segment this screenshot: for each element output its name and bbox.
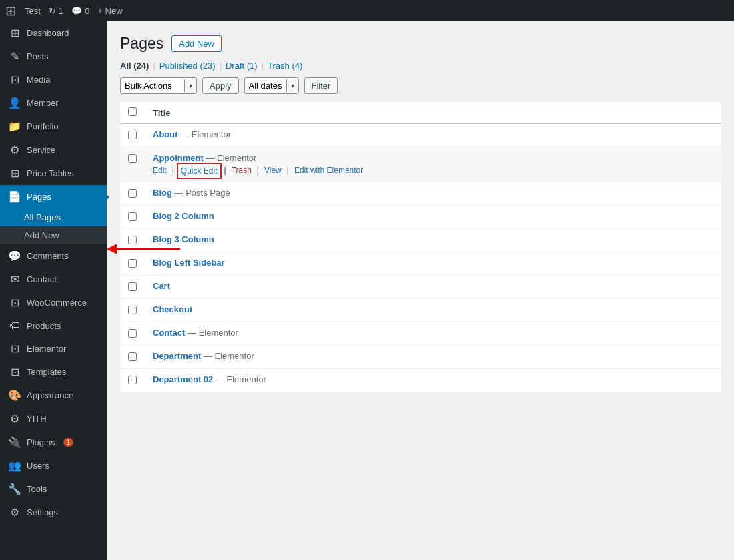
sidebar-item-elementor[interactable]: ⊡ Elementor xyxy=(0,337,107,360)
sidebar-item-tools[interactable]: 🔧 Tools xyxy=(0,477,107,501)
row-checkbox[interactable] xyxy=(128,282,137,291)
row-checkbox-cell xyxy=(120,369,145,392)
trash-link[interactable]: Trash xyxy=(232,166,252,176)
row-checkbox-cell xyxy=(120,299,145,322)
page-type: — Elementor xyxy=(216,374,266,384)
sidebar-item-label: Appearance xyxy=(27,390,73,400)
sidebar-item-portfolio[interactable]: 📁 Portfolio xyxy=(0,115,107,138)
edit-with-elementor-link[interactable]: Edit with Elementor xyxy=(294,166,363,176)
sidebar-item-label: Users xyxy=(27,461,49,471)
submenu-item-add-new[interactable]: Add New xyxy=(0,226,107,244)
sidebar-item-media[interactable]: ⊡ Media xyxy=(0,68,107,91)
tab-all[interactable]: All (24) xyxy=(120,61,149,71)
page-link[interactable]: Checkout xyxy=(153,304,192,314)
table-nav: Bulk Actions Edit Move to Trash ▾ Apply … xyxy=(120,77,721,94)
row-checkbox[interactable] xyxy=(128,236,137,244)
sidebar-item-plugins[interactable]: 🔌 Plugins 1 xyxy=(0,431,107,454)
sidebar-item-label: Products xyxy=(27,321,61,331)
edit-link[interactable]: Edit xyxy=(153,166,167,176)
title-column-header: Title xyxy=(145,102,721,124)
service-icon: ⚙ xyxy=(8,144,21,156)
row-title-cell: Blog — Posts Page xyxy=(145,182,721,206)
submenu-item-all-pages[interactable]: All Pages xyxy=(0,208,107,226)
sidebar-item-products[interactable]: 🏷 Products xyxy=(0,314,107,337)
sidebar-item-label: Member xyxy=(27,98,59,108)
row-checkbox[interactable] xyxy=(128,259,137,268)
pages-table: Title About — Elementor xyxy=(120,102,721,392)
add-new-button[interactable]: Add New xyxy=(171,35,222,52)
row-checkbox-cell xyxy=(120,124,145,148)
row-checkbox-cell xyxy=(120,252,145,276)
comments-nav-icon: 💬 xyxy=(8,250,21,262)
pages-active-arrow xyxy=(104,192,109,202)
sidebar-item-price-tables[interactable]: ⊞ Price Tables xyxy=(0,162,107,185)
row-checkbox[interactable] xyxy=(128,306,137,314)
select-all-checkbox[interactable] xyxy=(128,107,137,116)
templates-icon: ⊡ xyxy=(8,366,21,378)
apply-button[interactable]: Apply xyxy=(202,77,239,94)
table-row: Appoinment — Elementor Edit | Quick Edit… xyxy=(120,148,721,182)
users-icon: 👥 xyxy=(8,459,21,472)
sidebar-item-label: Settings xyxy=(27,507,58,517)
page-link[interactable]: Department 02 xyxy=(153,374,213,384)
bulk-actions-arrow[interactable]: ▾ xyxy=(184,79,196,92)
row-title-cell: Cart xyxy=(145,276,721,299)
quick-edit-link[interactable]: Quick Edit xyxy=(179,166,219,176)
sidebar-item-dashboard[interactable]: ⊞ Dashboard xyxy=(0,21,107,45)
tab-trash[interactable]: Trash (4) xyxy=(268,61,302,71)
row-checkbox-cell xyxy=(120,229,145,252)
row-checkbox[interactable] xyxy=(128,352,137,361)
row-checkbox[interactable] xyxy=(128,154,137,163)
row-checkbox[interactable] xyxy=(128,189,137,198)
row-checkbox[interactable] xyxy=(128,131,137,139)
table-row: Contact — Elementor xyxy=(120,322,721,346)
sidebar-item-yith[interactable]: ⚙ YITH xyxy=(0,407,107,431)
row-actions: Edit | Quick Edit | Trash | View | Edit … xyxy=(153,166,713,176)
sidebar-item-pages[interactable]: 📄 Pages xyxy=(0,185,107,208)
updates-item[interactable]: ↻ 1 xyxy=(49,6,63,16)
page-link[interactable]: Cart xyxy=(153,281,170,291)
sidebar-item-users[interactable]: 👥 Users xyxy=(0,454,107,477)
member-icon: 👤 xyxy=(8,97,21,109)
page-link[interactable]: Blog Left Sidebar xyxy=(153,258,225,268)
sidebar-item-woocommerce[interactable]: ⊡ WooCommerce xyxy=(0,291,107,314)
sidebar-item-service[interactable]: ⚙ Service xyxy=(0,138,107,162)
site-name[interactable]: Test xyxy=(25,6,41,16)
sidebar-item-comments[interactable]: 💬 Comments xyxy=(0,244,107,268)
row-checkbox-cell xyxy=(120,322,145,346)
view-link[interactable]: View xyxy=(264,166,282,176)
new-item[interactable]: + New xyxy=(97,6,122,16)
row-title-cell: Department 02 — Elementor xyxy=(145,369,721,392)
sidebar-item-posts[interactable]: ✎ Posts xyxy=(0,45,107,68)
pages-submenu: All Pages Add New xyxy=(0,208,107,244)
tab-draft[interactable]: Draft (1) xyxy=(226,61,258,71)
media-icon: ⊡ xyxy=(8,73,21,86)
filter-button[interactable]: Filter xyxy=(304,77,338,94)
wp-logo-icon[interactable]: ⊞ xyxy=(5,3,17,19)
row-checkbox[interactable] xyxy=(128,376,137,384)
bulk-actions-select[interactable]: Bulk Actions Edit Move to Trash xyxy=(121,78,184,93)
page-link[interactable]: Blog xyxy=(153,188,172,198)
sidebar-item-label: Posts xyxy=(27,51,49,61)
sidebar-item-appearance[interactable]: 🎨 Appearance xyxy=(0,384,107,407)
page-link[interactable]: Blog 3 Column xyxy=(153,234,214,244)
page-link[interactable]: Blog 2 Column xyxy=(153,211,214,221)
page-link[interactable]: About xyxy=(153,129,178,139)
dates-select[interactable]: All dates xyxy=(245,78,286,93)
page-link[interactable]: Contact xyxy=(153,328,185,338)
sidebar-item-label: Dashboard xyxy=(27,28,69,38)
comments-item[interactable]: 💬 0 xyxy=(71,6,89,16)
tab-published[interactable]: Published (23) xyxy=(159,61,216,71)
page-link[interactable]: Department xyxy=(153,351,201,361)
table-row: About — Elementor xyxy=(120,124,721,148)
dates-arrow[interactable]: ▾ xyxy=(286,79,298,92)
sidebar-item-settings[interactable]: ⚙ Settings xyxy=(0,501,107,524)
row-checkbox[interactable] xyxy=(128,329,137,338)
sidebar-item-contact[interactable]: ✉ Contact xyxy=(0,268,107,291)
sidebar-item-templates[interactable]: ⊡ Templates xyxy=(0,360,107,384)
sidebar-item-label: Elementor xyxy=(27,344,66,354)
row-checkbox[interactable] xyxy=(128,212,137,221)
table-row: Checkout xyxy=(120,299,721,322)
sidebar-item-member[interactable]: 👤 Member xyxy=(0,91,107,115)
page-link[interactable]: Appoinment xyxy=(153,153,204,163)
